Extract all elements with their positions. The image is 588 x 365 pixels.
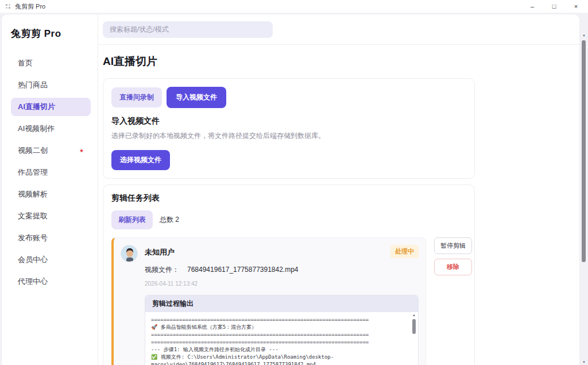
new-feature-star-icon: ★ [79,148,84,153]
sidebar-item-works-manage[interactable]: 作品管理 [11,163,91,182]
pause-edit-button[interactable]: 暂停剪辑 [434,237,472,254]
app-logo-icon [5,3,11,10]
refresh-list-button[interactable]: 刷新列表 [111,210,153,229]
select-video-file-button[interactable]: 选择视频文件 [111,150,170,170]
sidebar-item-ai-live-clip[interactable]: AI直播切片 [11,98,91,116]
sidebar-item-ai-video-make[interactable]: AI视频制作 [11,120,91,138]
search-strip [98,14,579,45]
scroll-down-icon[interactable]: ▼ [581,360,587,364]
tab-import-video[interactable]: 导入视频文件 [167,87,226,108]
mode-tabs: 直播间录制 导入视频文件 [111,87,466,108]
window-scrollbar-thumb[interactable] [582,40,586,262]
sidebar-item-member-center[interactable]: 会员中心 [11,251,91,269]
minimize-button[interactable]: – [528,0,536,13]
task-timestamp: 2026-04-11 12:13:42 [145,281,419,287]
sidebar-item-home[interactable]: 首页 [11,54,91,72]
task-total-count: 总数 2 [160,215,179,225]
task-row: 未知用户 处理中 视频文件：76849419617_1775877391842.… [111,237,466,365]
log-scrollbar-thumb[interactable] [412,319,416,334]
video-file-name: 76849419617_1775877391842.mp4 [187,266,299,274]
task-user-name: 未知用户 [145,245,390,258]
task-list-heading: 剪辑任务列表 [111,193,466,203]
close-button[interactable]: × [572,0,580,13]
task-actions: 暂停剪辑 移除 [434,237,472,275]
user-avatar [121,245,138,262]
log-output-box: 剪辑过程输出 =================================… [145,295,419,365]
video-file-row: 视频文件：76849419617_1775877391842.mp4 [145,265,419,275]
sidebar-item-copy-extract[interactable]: 文案提取 [11,207,91,225]
scroll-up-icon[interactable]: ▲ [581,33,587,37]
sidebar: 兔剪剪 Pro 首页 热门商品 AI直播切片 AI视频制作 视频二创 ★ 作品管… [2,14,98,365]
main-area: AI直播切片 直播间录制 导入视频文件 导入视频文件 选择已录制好的本地视频文件… [98,14,579,365]
window-titlebar: 兔剪剪 Pro – □ × [0,0,588,13]
status-badge: 处理中 [390,245,419,258]
import-heading: 导入视频文件 [111,116,466,126]
remove-task-button[interactable]: 移除 [434,259,472,275]
maximize-button[interactable]: □ [550,0,558,13]
sidebar-item-publish-accounts[interactable]: 发布账号 [11,229,91,247]
window-title: 兔剪剪 Pro [15,2,45,11]
sidebar-item-agent-center[interactable]: 代理中心 [11,272,91,291]
content-area: AI直播切片 直播间录制 导入视频文件 导入视频文件 选择已录制好的本地视频文件… [98,45,579,365]
scroll-up-icon[interactable]: ▲ [411,313,417,317]
log-output-title: 剪辑过程输出 [145,295,418,312]
tab-live-record[interactable]: 直播间录制 [111,87,162,107]
task-list-card: 剪辑任务列表 刷新列表 总数 2 [103,185,475,365]
import-description: 选择已录制好的本地视频文件，将文件路径提交给后端存储到数据库。 [111,131,466,141]
sidebar-app-title: 兔剪剪 Pro [11,27,91,40]
log-output-text: ========================================… [145,312,418,365]
sidebar-item-video-recreate[interactable]: 视频二创 ★ [11,141,91,160]
window-scrollbar[interactable]: ▲ ▼ [581,33,587,364]
log-output-body: ========================================… [145,312,418,365]
page-title: AI直播切片 [103,54,579,69]
task-list-toolbar: 刷新列表 总数 2 [111,210,466,229]
log-scrollbar[interactable]: ▲ ▼ [411,313,417,365]
task-card: 未知用户 处理中 视频文件：76849419617_1775877391842.… [111,237,426,365]
sidebar-item-hot-products[interactable]: 热门商品 [11,76,91,94]
app-window: 兔剪剪 Pro 首页 热门商品 AI直播切片 AI视频制作 视频二创 ★ 作品管… [1,14,580,365]
sidebar-item-video-parse[interactable]: 视频解析 [11,185,91,203]
search-input[interactable] [103,21,273,38]
import-card: 直播间录制 导入视频文件 导入视频文件 选择已录制好的本地视频文件，将文件路径提… [103,78,475,179]
video-file-label: 视频文件： [145,266,179,274]
